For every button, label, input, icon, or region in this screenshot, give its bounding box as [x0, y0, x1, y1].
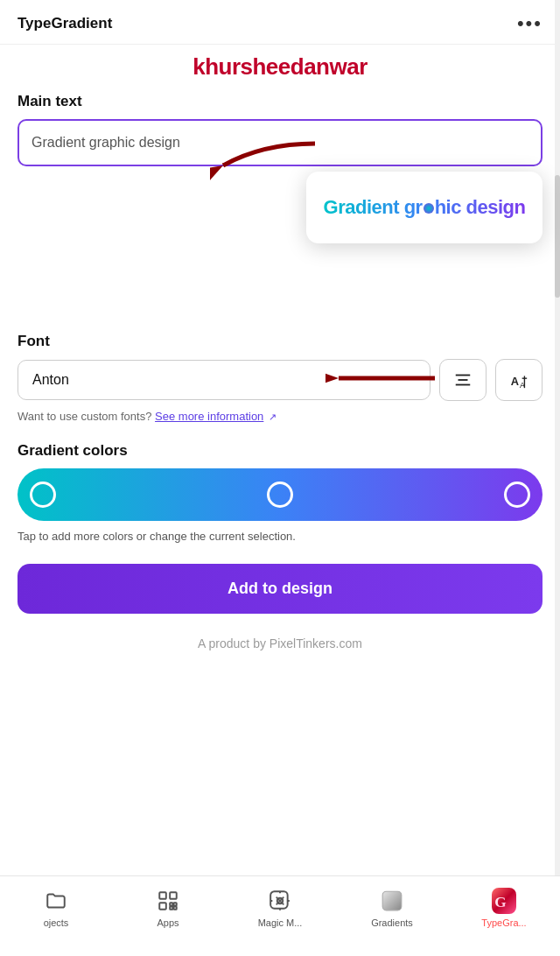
font-input[interactable]: [18, 360, 430, 400]
align-center-icon: [453, 370, 472, 390]
magic-wand-icon: [268, 889, 292, 913]
text-size-button[interactable]: A A: [495, 359, 542, 401]
main-text-input[interactable]: [18, 119, 542, 166]
brand-name: khursheedanwar: [192, 53, 368, 80]
menu-button[interactable]: •••: [517, 12, 542, 35]
nav-label-gradients: Gradients: [371, 917, 413, 928]
nav-label-typegra: TypeGra...: [481, 917, 526, 928]
svg-rect-9: [159, 892, 166, 899]
svg-rect-18: [382, 891, 402, 910]
scrollbar-track: [555, 0, 560, 956]
gradient-square-icon: [380, 889, 404, 913]
font-row: A A: [18, 359, 542, 401]
main-text-section: Gradient grhic design: [0, 119, 560, 166]
main-text-input-wrap: [18, 119, 542, 166]
footer-text: A product by PixelTinkers.com: [18, 636, 542, 650]
color-stop-left[interactable]: [30, 482, 56, 508]
external-link-icon: ↗: [269, 411, 276, 423]
nav-item-projects[interactable]: ojects: [30, 889, 82, 928]
nav-item-apps[interactable]: Apps: [142, 889, 194, 928]
preview-card: Gradient grhic design: [306, 172, 542, 243]
gradient-section: Gradient colors Tap to add more colors o…: [18, 442, 542, 543]
align-button[interactable]: [439, 359, 486, 401]
custom-fonts-note: Want to use custom fonts? See more infor…: [18, 410, 542, 423]
folder-icon: [44, 889, 68, 913]
font-input-wrap: [18, 360, 430, 400]
nav-label-magic: Magic M...: [258, 917, 303, 928]
svg-rect-15: [170, 903, 172, 905]
nav-item-typegra[interactable]: G TypeGra...: [478, 889, 530, 928]
custom-fonts-link[interactable]: See more information: [155, 410, 263, 423]
font-label: Font: [18, 333, 542, 350]
main-text-label: Main text: [18, 93, 542, 110]
color-stop-middle[interactable]: [267, 482, 293, 508]
nav-label-apps: Apps: [157, 917, 178, 928]
brand-bar: khursheedanwar: [0, 45, 560, 93]
add-to-design-button[interactable]: Add to design: [18, 564, 542, 614]
typegradient-icon-shape: G: [492, 888, 516, 914]
bottom-nav: ojects Apps Magic M...: [0, 875, 560, 956]
svg-rect-10: [170, 892, 177, 899]
svg-rect-14: [174, 907, 177, 910]
app-title: TypeGradient: [18, 15, 112, 32]
header: TypeGradient •••: [0, 0, 560, 45]
gradient-bar[interactable]: [18, 468, 542, 521]
preview-gradient-text: Gradient grhic design: [324, 196, 526, 219]
nav-item-magic[interactable]: Magic M...: [254, 889, 306, 928]
svg-rect-13: [174, 903, 177, 905]
nav-item-gradients[interactable]: Gradients: [366, 889, 418, 928]
apps-grid-icon: [156, 889, 180, 913]
gradient-colors-label: Gradient colors: [18, 442, 542, 460]
typegradient-app-icon: G: [492, 889, 516, 913]
svg-text:G: G: [494, 894, 506, 910]
svg-rect-12: [170, 907, 172, 910]
scrollbar-thumb[interactable]: [555, 175, 560, 298]
main-text-label-row: Main text: [0, 93, 560, 110]
gradient-hint: Tap to add more colors or change the cur…: [18, 530, 542, 543]
nav-label-projects: ojects: [44, 917, 69, 928]
font-section: Font: [0, 333, 560, 650]
svg-rect-11: [159, 903, 166, 910]
preview-dot: [424, 203, 434, 214]
color-stop-right[interactable]: [504, 482, 530, 508]
custom-fonts-text: Want to use custom fonts?: [18, 410, 151, 423]
text-size-icon: A A: [509, 370, 528, 390]
svg-text:A: A: [511, 375, 519, 388]
